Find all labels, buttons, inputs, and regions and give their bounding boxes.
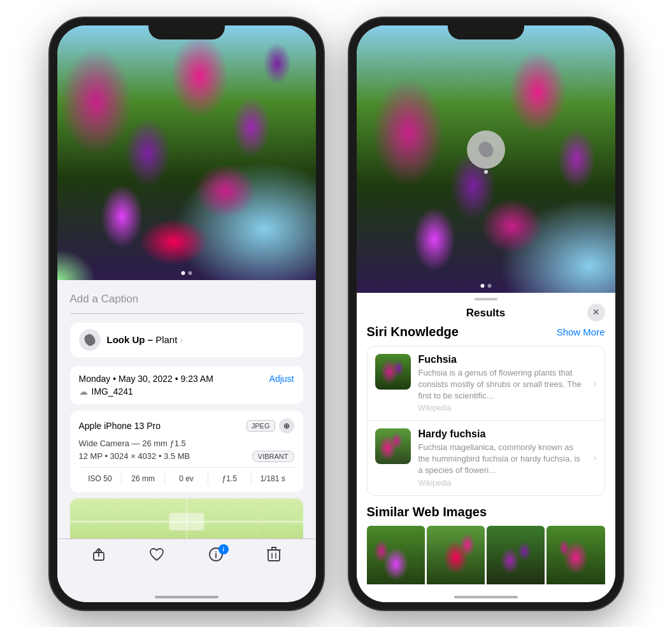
lookup-row[interactable]: Look Up – Plant› <box>70 323 303 357</box>
siri-dot <box>484 170 488 174</box>
info-badge: i <box>218 544 229 554</box>
hardy-text: Hardy fuchsia Fuchsia magellanica, commo… <box>418 428 586 488</box>
lookup-icon-circle <box>79 329 101 351</box>
fuchsia-chevron: › <box>594 378 597 388</box>
exif-focal: 26 mm <box>122 473 165 484</box>
meta-filename: ☁ IMG_4241 <box>79 386 294 397</box>
exif-shutter: 1/181 s <box>252 473 294 484</box>
cloud-icon: ☁ <box>79 386 88 397</box>
file-spec-text: 12 MP • 3024 × 4032 • 3.5 MB <box>79 451 190 461</box>
svg-point-8 <box>215 551 217 553</box>
adjust-link[interactable]: Adjust <box>269 374 294 384</box>
similar-image-4[interactable] <box>547 526 604 584</box>
exif-iso: ISO 50 <box>79 473 122 484</box>
share-button[interactable] <box>92 547 106 565</box>
fuchsia-name: Fuchsia <box>418 354 586 365</box>
meta-date-row: Monday • May 30, 2022 • 9:23 AM Adjust <box>79 374 294 384</box>
sheet-title: Results <box>466 307 505 320</box>
device-row: Apple iPhone 13 Pro JPEG ⊕ <box>79 418 294 433</box>
photo-display[interactable] <box>57 25 316 280</box>
dot-1 <box>181 271 185 275</box>
right-home-bar <box>454 596 518 598</box>
right-dot-1 <box>480 284 484 288</box>
bottom-toolbar: i <box>57 539 316 584</box>
home-indicator <box>57 584 316 602</box>
siri-knowledge-header: Siri Knowledge Show More <box>367 325 605 339</box>
dot-2 <box>188 271 192 275</box>
right-phone: Results ✕ Siri Knowledge Show More <box>349 18 623 610</box>
similar-section: Similar Web Images <box>367 505 605 584</box>
knowledge-item-fuchsia[interactable]: Fuchsia Fuchsia is a genus of flowering … <box>368 346 604 421</box>
lookup-light: Plant <box>153 334 177 345</box>
location-icon-badge: ⊕ <box>279 418 294 433</box>
hardy-thumbnail <box>375 428 411 464</box>
lookup-chevron: › <box>180 334 183 345</box>
right-dot-2 <box>487 284 491 288</box>
file-spec: 12 MP • 3024 × 4032 • 3.5 MB VIBRANT <box>79 451 294 462</box>
siri-visual-button[interactable] <box>467 130 505 169</box>
fuchsia-desc: Fuchsia is a genus of flowering plants t… <box>418 367 586 402</box>
page-dots <box>181 271 192 275</box>
similar-images-grid[interactable] <box>367 526 605 584</box>
left-phone: Add a Caption Look Up – Plant› Monday • … <box>50 18 324 610</box>
siri-leaf-icon <box>475 138 497 161</box>
fuchsia-source: Wikipedia <box>418 404 586 412</box>
meta-date: Monday • May 30, 2022 • 9:23 AM <box>79 374 213 384</box>
info-section: Add a Caption Look Up – Plant› Monday • … <box>57 280 316 539</box>
leaf-icon <box>82 332 97 348</box>
results-sheet: Results ✕ Siri Knowledge Show More <box>357 293 615 602</box>
show-more-button[interactable]: Show More <box>557 327 605 337</box>
similar-image-3[interactable] <box>487 526 545 584</box>
lookup-bold: Look Up – <box>107 334 154 345</box>
device-name: Apple iPhone 13 Pro <box>79 421 161 431</box>
right-photo-display[interactable] <box>357 25 615 293</box>
left-screen: Add a Caption Look Up – Plant› Monday • … <box>57 25 316 602</box>
siri-knowledge-title: Siri Knowledge <box>367 325 459 339</box>
home-bar <box>155 596 218 598</box>
jpeg-badge: JPEG <box>247 420 275 432</box>
right-screen: Results ✕ Siri Knowledge Show More <box>357 25 615 602</box>
knowledge-card: Fuchsia Fuchsia is a genus of flowering … <box>367 346 605 496</box>
sheet-header: Results ✕ <box>357 300 615 325</box>
svg-rect-10 <box>268 550 280 561</box>
hardy-name: Hardy fuchsia <box>418 428 586 440</box>
right-home-indicator <box>357 584 615 602</box>
lookup-text: Look Up – Plant› <box>107 334 183 345</box>
exif-row: ISO 50 26 mm 0 ev ƒ1.5 1/181 s <box>79 467 294 484</box>
fuchsia-text: Fuchsia Fuchsia is a genus of flowering … <box>418 354 586 413</box>
badges: JPEG ⊕ <box>247 418 294 433</box>
similar-image-2[interactable] <box>427 526 485 584</box>
camera-spec: Wide Camera — 26 mm ƒ1.5 <box>79 439 294 448</box>
fuchsia-thumbnail <box>375 354 411 390</box>
similar-title: Similar Web Images <box>367 505 605 519</box>
map-preview[interactable] <box>70 498 303 539</box>
exif-aperture: ƒ1.5 <box>208 473 252 484</box>
hardy-thumb-img <box>375 428 411 464</box>
metadata-block: Monday • May 30, 2022 • 9:23 AM Adjust ☁… <box>70 366 303 404</box>
close-button[interactable]: ✕ <box>587 304 605 321</box>
flower-photo <box>57 25 316 280</box>
right-page-dots <box>480 284 491 288</box>
device-block: Apple iPhone 13 Pro JPEG ⊕ Wide Camera —… <box>70 411 303 492</box>
map-roads-svg <box>70 498 303 539</box>
similar-image-1[interactable] <box>367 526 425 584</box>
hardy-chevron: › <box>594 453 597 463</box>
sheet-content: Siri Knowledge Show More Fuchsia Fuchsia… <box>357 325 615 584</box>
knowledge-item-hardy[interactable]: Hardy fuchsia Fuchsia magellanica, commo… <box>368 421 604 495</box>
info-button[interactable]: i <box>208 547 224 566</box>
filename-text: IMG_4241 <box>92 386 133 397</box>
exif-ev: 0 ev <box>165 473 208 484</box>
caption-input[interactable]: Add a Caption <box>70 290 303 314</box>
hardy-source: Wikipedia <box>418 479 586 488</box>
fuchsia-thumb-img <box>375 354 411 390</box>
trash-button[interactable] <box>267 547 281 566</box>
hardy-desc: Fuchsia magellanica, commonly known as t… <box>418 442 586 477</box>
svg-rect-4 <box>169 512 204 530</box>
heart-button[interactable] <box>149 547 164 565</box>
vibrant-badge: VIBRANT <box>252 451 294 462</box>
